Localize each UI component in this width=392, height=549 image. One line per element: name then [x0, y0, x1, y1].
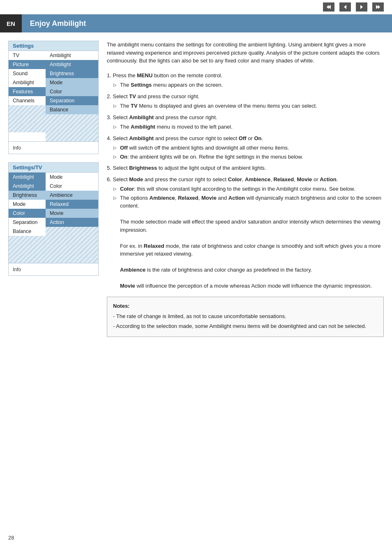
settings-tv-right-col: Mode Color Ambience Relaxed Movie Action — [46, 173, 98, 263]
settings-info-label: Info — [13, 145, 21, 151]
step-4-sub: Off will switch off the ambient lights a… — [107, 144, 384, 161]
menu2-item-r-color[interactable]: Color — [46, 182, 98, 191]
menu-item-r-separation[interactable]: Separation — [46, 96, 98, 105]
step-6: 6. Select Mode and press the cursor righ… — [107, 175, 384, 290]
menu2-item-r-empty4 — [46, 254, 98, 263]
menu-item-sound[interactable]: Sound — [9, 69, 46, 78]
menu-item-r-empty1 — [46, 114, 98, 123]
step-4-sub-2: On: the ambient lights will be on. Refin… — [113, 153, 384, 161]
menu-item-features[interactable]: Features — [9, 87, 46, 96]
menu-item-empty1 — [9, 105, 46, 114]
menu2-item-color[interactable]: Color — [9, 209, 46, 218]
menu2-item-r-ambience[interactable]: Ambience — [46, 191, 98, 200]
menu-item-r-ambilight1[interactable]: Ambilight — [46, 51, 98, 60]
settings-tv-menu-header: Settings/TV — [9, 163, 98, 173]
settings-right-col: Ambilight Ambilight Brightness Mode Colo… — [46, 51, 98, 141]
menu2-item-r-relaxed[interactable]: Relaxed — [46, 200, 98, 209]
step-2-number: 2. — [107, 93, 113, 99]
settings-menu-items: TV Picture Sound Ambilight Features Chan… — [9, 51, 98, 141]
menu2-item-r-movie[interactable]: Movie — [46, 209, 98, 218]
svg-marker-1 — [344, 5, 346, 9]
top-navigation — [0, 0, 392, 14]
skip-forward-button[interactable] — [372, 2, 384, 12]
page-header: EN Enjoy Ambilight — [0, 14, 392, 32]
svg-marker-3 — [376, 5, 380, 9]
language-badge: EN — [0, 14, 22, 32]
menu-item-r-empty3 — [46, 132, 98, 141]
svg-marker-0 — [327, 5, 331, 9]
steps-list: 1. Press the MENU button on the remote c… — [107, 72, 384, 290]
step-4-sub-1: Off will switch off the ambient lights a… — [113, 144, 384, 152]
menu-item-r-ambilight2[interactable]: Ambilight — [46, 60, 98, 69]
settings-left-col: TV Picture Sound Ambilight Features Chan… — [9, 51, 46, 141]
menu-item-empty3 — [9, 123, 46, 132]
settings-tv-menu-footer: Info — [9, 263, 98, 275]
left-column: Settings TV Picture Sound Ambilight Feat… — [8, 41, 99, 337]
menu-item-r-mode[interactable]: Mode — [46, 78, 98, 87]
menu2-item-r-action[interactable]: Action — [46, 218, 98, 227]
menu2-item-balance[interactable]: Balance — [9, 227, 46, 236]
right-column: The ambilight menu contains the settings… — [107, 41, 384, 337]
step-6-number: 6. — [107, 176, 113, 182]
menu2-item-brightness[interactable]: Brightness — [9, 191, 46, 200]
menu2-item-separation[interactable]: Separation — [9, 218, 46, 227]
step-4-number: 4. — [107, 135, 113, 141]
step-5: 5. Select Brightness to adjust the light… — [107, 164, 384, 172]
step-2: 2. Select TV and press the cursor right.… — [107, 92, 384, 110]
menu-item-tv[interactable]: TV — [9, 51, 46, 60]
page-title: Enjoy Ambilight — [22, 14, 392, 32]
settings-tv-info-label: Info — [13, 267, 21, 272]
step-2-sub-1: The TV Menu is displayed and gives an ov… — [113, 102, 384, 110]
menu-item-r-balance[interactable]: Balance — [46, 105, 98, 114]
menu-item-r-brightness[interactable]: Brightness — [46, 69, 98, 78]
step-3: 3. Select Ambilight and press the cursor… — [107, 113, 384, 131]
note-2: - According to the selection made, some … — [113, 322, 378, 330]
step-6-sub: Color: this will show constant light acc… — [107, 185, 384, 290]
menu2-item-empty1 — [9, 236, 46, 245]
step-4: 4. Select Ambilight and press the cursor… — [107, 134, 384, 161]
step-2-sub: The TV Menu is displayed and gives an ov… — [107, 102, 384, 110]
menu2-item-r-empty2 — [46, 236, 98, 245]
svg-marker-2 — [360, 5, 363, 9]
step-6-sub-1: Color: this will show constant light acc… — [113, 185, 384, 193]
forward-button[interactable] — [356, 2, 367, 12]
menu-item-r-color[interactable]: Color — [46, 87, 98, 96]
step-1-sub: The Settings menu appears on the screen. — [107, 81, 384, 89]
back-button[interactable] — [339, 2, 351, 12]
settings-tv-left-col: Ambilight Ambilight Brightness Mode Colo… — [9, 173, 46, 263]
settings-menu-header: Settings — [9, 41, 98, 51]
settings-tv-menu-items: Ambilight Ambilight Brightness Mode Colo… — [9, 173, 98, 263]
settings-menu-footer: Info — [9, 141, 98, 154]
menu2-item-empty2 — [9, 245, 46, 254]
step-3-number: 3. — [107, 114, 113, 120]
page-number: 28 — [8, 535, 14, 541]
main-content: Settings TV Picture Sound Ambilight Feat… — [0, 32, 392, 345]
menu2-item-ambilight1[interactable]: Ambilight — [9, 173, 46, 182]
intro-paragraph: The ambilight menu contains the settings… — [107, 41, 384, 65]
menu2-item-empty3 — [9, 254, 46, 263]
step-1-number: 1. — [107, 72, 113, 78]
menu-item-picture[interactable]: Picture — [9, 60, 46, 69]
step-1-sub-1: The Settings menu appears on the screen. — [113, 81, 384, 89]
menu-item-channels[interactable]: Channels — [9, 96, 46, 105]
settings-tv-menu-box: Settings/TV Ambilight Ambilight Brightne… — [8, 162, 99, 276]
step-6-sub-2: The options Ambience, Relaxed, Movie and… — [113, 194, 384, 290]
menu2-item-mode[interactable]: Mode — [9, 200, 46, 209]
menu-item-empty2 — [9, 114, 46, 123]
notes-box: Notes: - The rate of change is limited, … — [107, 297, 384, 337]
menu-item-r-empty2 — [46, 123, 98, 132]
menu2-item-ambilight2[interactable]: Ambilight — [9, 182, 46, 191]
step-3-sub: The Ambilight menu is moved to the left … — [107, 123, 384, 131]
step-1: 1. Press the MENU button on the remote c… — [107, 72, 384, 89]
note-1: - The rate of change is limited, as not … — [113, 312, 378, 321]
menu2-item-r-empty1 — [46, 227, 98, 236]
skip-back-button[interactable] — [323, 2, 334, 12]
step-3-sub-1: The Ambilight menu is moved to the left … — [113, 123, 384, 131]
menu2-item-r-empty3 — [46, 245, 98, 254]
step-5-number: 5. — [107, 165, 113, 171]
menu2-item-r-mode[interactable]: Mode — [46, 173, 98, 182]
notes-title: Notes: — [113, 302, 378, 310]
menu-item-ambilight[interactable]: Ambilight — [9, 78, 46, 87]
settings-menu-box: Settings TV Picture Sound Ambilight Feat… — [8, 41, 99, 154]
